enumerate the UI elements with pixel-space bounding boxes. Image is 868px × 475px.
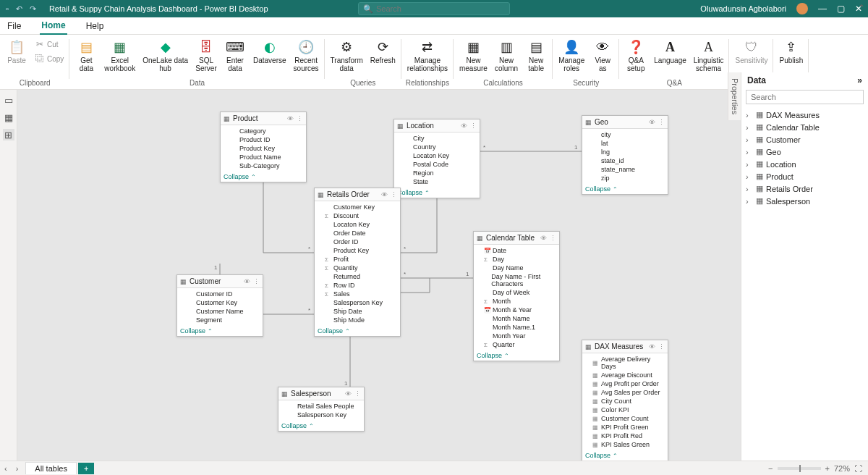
field[interactable]: ΣSales bbox=[325, 290, 396, 298]
field[interactable]: ▦Average Delivery Days bbox=[592, 355, 663, 371]
field[interactable]: lng bbox=[592, 148, 663, 156]
field[interactable]: Locaton Key bbox=[325, 220, 396, 229]
field[interactable]: ▦KPI Profit Green bbox=[592, 423, 663, 432]
field[interactable]: Sub-Category bbox=[231, 161, 302, 170]
expand-icon[interactable]: › bbox=[746, 160, 753, 169]
visibility-icon[interactable]: 👁 bbox=[244, 278, 250, 285]
field[interactable]: Month Year bbox=[484, 332, 555, 340]
expand-icon[interactable]: › bbox=[746, 135, 753, 144]
field[interactable]: Ship Date bbox=[325, 307, 396, 316]
ribbon-collapse-icon[interactable]: ⌃ bbox=[858, 3, 865, 13]
field[interactable]: city bbox=[592, 130, 663, 139]
collapse-button[interactable]: Collapse bbox=[221, 172, 306, 182]
enter-data-button[interactable]: ⌨Enter data bbox=[223, 38, 247, 74]
field[interactable]: ▦Customer Count bbox=[592, 414, 663, 423]
table-header[interactable]: ▦ Location 👁 ⋮ bbox=[394, 119, 480, 133]
field[interactable]: State bbox=[404, 177, 475, 186]
field[interactable]: Product Key bbox=[325, 246, 396, 255]
more-icon[interactable]: ⋮ bbox=[391, 191, 397, 198]
field[interactable]: 📅Month & Year bbox=[484, 306, 555, 314]
table-retails[interactable]: ▦ Retails Order 👁 ⋮ Customer KeyΣDiscoun… bbox=[314, 188, 401, 337]
model-canvas[interactable]: 1* 1* *1 1* *1 *1 ▦ Product 👁 ⋮ Category… bbox=[17, 90, 741, 461]
expand-icon[interactable]: › bbox=[746, 111, 753, 119]
field[interactable]: ▦Average Discount bbox=[592, 371, 663, 379]
field[interactable]: Ship Mode bbox=[325, 316, 396, 324]
field[interactable]: Locaton Key bbox=[404, 151, 475, 160]
field[interactable]: Month Name bbox=[484, 314, 555, 323]
field[interactable]: ΣDay bbox=[484, 255, 555, 264]
collapse-button[interactable]: Collapse bbox=[582, 184, 668, 194]
more-icon[interactable]: ⋮ bbox=[297, 115, 303, 122]
field[interactable]: ΣRow ID bbox=[325, 281, 396, 290]
table-header[interactable]: ▦ Calendar Table 👁 ⋮ bbox=[474, 232, 559, 245]
redo-icon[interactable]: ↷ bbox=[30, 4, 36, 14]
expand-icon[interactable]: › bbox=[746, 197, 753, 206]
sheet-tab[interactable]: All tables bbox=[25, 462, 77, 474]
more-icon[interactable]: ⋮ bbox=[354, 390, 361, 398]
new-measure-button[interactable]: ▦New measure bbox=[458, 38, 489, 74]
table-geo[interactable]: ▦ Geo 👁 ⋮ citylatlngstate_idstate_namezi… bbox=[582, 115, 668, 195]
field[interactable]: Product Name bbox=[231, 153, 302, 161]
get-data-button[interactable]: ▤Get data bbox=[74, 38, 98, 74]
field[interactable]: Product Key bbox=[231, 144, 302, 153]
field[interactable]: Product ID bbox=[231, 135, 302, 144]
collapse-button[interactable]: Collapse bbox=[315, 326, 400, 336]
field[interactable]: Retail Sales People bbox=[289, 402, 359, 411]
qa-setup-button[interactable]: ❓Q&A setup bbox=[624, 38, 648, 74]
field[interactable]: Category bbox=[231, 127, 302, 135]
next-sheet-button[interactable]: › bbox=[12, 464, 23, 473]
collapse-button[interactable]: Collapse bbox=[394, 188, 480, 198]
view-as-button[interactable]: 👁View as bbox=[590, 38, 615, 74]
tree-node[interactable]: ›▦Location bbox=[744, 158, 865, 170]
field[interactable]: ▦KPI Sales Green bbox=[592, 440, 663, 449]
tree-node[interactable]: ›▦Geo bbox=[744, 146, 865, 158]
menu-help[interactable]: Help bbox=[85, 18, 106, 34]
field[interactable]: Order ID bbox=[325, 238, 396, 246]
collapse-button[interactable]: Collapse bbox=[278, 421, 364, 431]
minimize-button[interactable]: — bbox=[818, 4, 827, 14]
more-icon[interactable]: ⋮ bbox=[253, 278, 260, 285]
paste-button[interactable]: 📋 Paste bbox=[4, 38, 29, 66]
publish-button[interactable]: ⇪Publish bbox=[778, 38, 804, 66]
collapse-button[interactable]: Collapse bbox=[474, 350, 559, 361]
field[interactable]: ▦City Count bbox=[592, 397, 663, 405]
field[interactable]: state_id bbox=[592, 156, 663, 165]
field[interactable]: ΣMonth bbox=[484, 297, 555, 306]
field[interactable]: Customer Key bbox=[325, 203, 396, 211]
language-button[interactable]: ALanguage bbox=[652, 38, 688, 66]
dataverse-button[interactable]: ◐Dataverse bbox=[252, 38, 288, 66]
table-location[interactable]: ▦ Location 👁 ⋮ CityCountryLocaton KeyPos… bbox=[393, 119, 480, 198]
visibility-icon[interactable]: 👁 bbox=[649, 343, 655, 350]
field[interactable]: Salesperson Key bbox=[289, 411, 359, 419]
field[interactable]: Salesperson Key bbox=[325, 298, 396, 307]
more-icon[interactable]: ⋮ bbox=[658, 343, 665, 350]
schema-button[interactable]: ALinguistic schema bbox=[692, 38, 726, 74]
title-search-input[interactable] bbox=[376, 4, 505, 13]
field[interactable]: zip bbox=[592, 174, 663, 182]
field[interactable]: Day Name - First Characters bbox=[484, 272, 555, 288]
field[interactable]: 📅Date bbox=[484, 246, 555, 255]
field[interactable]: Returned bbox=[325, 272, 396, 281]
field[interactable]: ▦Avg Sales per Order bbox=[592, 388, 663, 397]
report-view-icon[interactable]: ▭ bbox=[3, 94, 14, 106]
table-header[interactable]: ▦ Customer 👁 ⋮ bbox=[177, 275, 263, 288]
field[interactable]: ΣDiscount bbox=[325, 211, 396, 220]
table-header[interactable]: ▦ Geo 👁 ⋮ bbox=[582, 116, 668, 129]
excel-button[interactable]: ▦Excel workbook bbox=[103, 38, 137, 74]
add-sheet-button[interactable]: + bbox=[78, 463, 94, 474]
field[interactable]: Day of Week bbox=[484, 288, 555, 297]
sql-button[interactable]: 🗄SQL Server bbox=[194, 38, 218, 74]
zoom-out-button[interactable]: − bbox=[768, 464, 773, 473]
data-search-input[interactable] bbox=[746, 90, 864, 104]
expand-icon[interactable]: › bbox=[746, 172, 753, 181]
visibility-icon[interactable]: 👁 bbox=[381, 191, 388, 198]
table-header[interactable]: ▦ Retails Order 👁 ⋮ bbox=[315, 188, 400, 201]
data-view-icon[interactable]: ▦ bbox=[3, 112, 14, 123]
sensitivity-button[interactable]: 🛡Sensitivity bbox=[733, 38, 769, 66]
manage-rel-button[interactable]: ⇄Manage relationships bbox=[406, 38, 449, 74]
table-customer[interactable]: ▦ Customer 👁 ⋮ Customer IDCustomer KeyCu… bbox=[176, 274, 263, 337]
copy-button[interactable]: ⿻Copy bbox=[33, 52, 65, 65]
refresh-button[interactable]: ⟳Refresh bbox=[369, 38, 397, 66]
manage-roles-button[interactable]: 👤Manage roles bbox=[557, 38, 586, 74]
visibility-icon[interactable]: 👁 bbox=[287, 115, 294, 122]
